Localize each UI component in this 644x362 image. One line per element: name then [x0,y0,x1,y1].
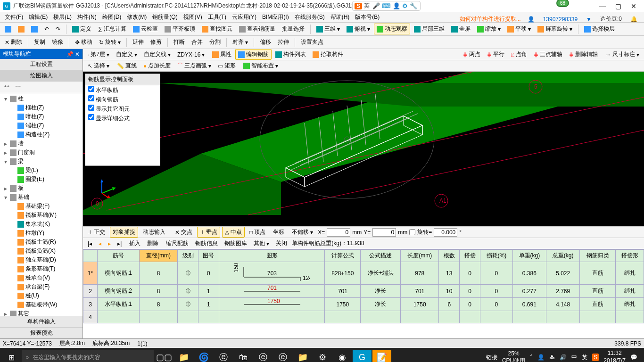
view-3d-button[interactable]: 三维 ▾ [314,24,343,34]
nav-next[interactable]: ▸ [105,239,114,248]
nav-last[interactable]: ▸| [115,239,124,248]
clock[interactable]: 11:322018/7/7 [603,350,626,362]
nav-first[interactable]: |◂ [85,239,95,248]
merge-button[interactable]: 合并 [189,37,206,48]
grid-cell[interactable] [401,311,439,323]
menu-cloud[interactable]: 云应用(Y) [230,12,258,22]
grid-cell[interactable]: 701 [219,285,325,298]
tree-item[interactable]: ▾柱 [1,94,82,103]
rebar-display-panel[interactable]: 钢筋显示控制面板 水平纵筋 横向钢筋 显示其它图元 显示详细公式 [85,74,160,166]
menu-modify[interactable]: 修改(M) [125,12,149,22]
line-tool[interactable]: 📏 直线 [114,60,140,71]
menu-draw[interactable]: 绘图(D) [100,12,124,22]
opt-other-elem[interactable]: 显示其它图元 [85,104,160,114]
grid-header[interactable]: 总重(kg) [546,250,580,262]
grip-button[interactable]: 设置夹点 [298,37,326,48]
row-number[interactable]: 1* [83,262,98,285]
tray-up-icon[interactable]: ˄ [530,354,533,361]
grid-cell[interactable]: 绑扎 [616,285,644,298]
grid-cell[interactable]: 1750 [401,298,439,311]
tree-item[interactable]: ▸墙 [1,139,82,148]
grid-cell[interactable]: 1750 [325,298,361,311]
local-3d-button[interactable]: 局部三维 [411,24,447,34]
viewport-3d[interactable]: 钢筋显示控制面板 水平纵筋 横向钢筋 显示其它图元 显示详细公式 A1 5 [83,72,644,226]
ime-tray-icon[interactable]: 中 [571,354,577,362]
tree-item[interactable]: 基础梁(F) [1,202,82,211]
opt-v-rebar[interactable]: 横向钢筋 [85,95,160,104]
ie-icon[interactable]: ⓔ [273,350,292,362]
two-point-button[interactable]: ⋕ 两点 [460,49,483,60]
grid-cell[interactable]: 0 [460,262,480,285]
explorer-icon[interactable]: 📁 [174,350,193,362]
tab-draw-input[interactable]: 绘图输入 [0,70,83,82]
grid-cell[interactable]: 绑扎 [616,262,644,285]
grid-cell[interactable] [361,311,401,323]
dynamic-input-toggle[interactable]: 动态输入 [140,227,168,238]
grid-cell[interactable]: 直筋 [580,298,616,311]
y-input[interactable] [372,228,396,237]
copy-button[interactable]: 复制 [31,37,48,48]
align-slab-button[interactable]: 平齐板顶 [162,24,198,34]
tree-item[interactable]: 桩(U) [1,291,82,300]
move-button[interactable]: ✥ 移动 [72,37,95,48]
grid-cell[interactable] [616,311,644,323]
select-floor-button[interactable]: 选择楼层 [581,24,618,34]
grid-header[interactable]: 损耗(%) [480,250,513,262]
offset-button[interactable]: 偏移 [257,37,274,48]
tree-item[interactable]: 集水坑(K) [1,220,82,229]
grid-cell[interactable]: 直筋 [580,262,616,285]
grid-cell[interactable]: 5.022 [546,262,580,285]
table-row[interactable]: 1*横向钢筋.18⏀0150703124828+150净长+端头97813000… [83,262,644,285]
floor-select[interactable]: · 第7层 ▾ [85,49,112,60]
grid-header[interactable]: 钢筋归类 [580,250,616,262]
tree-item[interactable]: 梁(L) [1,166,82,175]
grid-cell[interactable]: 8 [140,262,178,285]
three-point-axis-button[interactable]: ⋕ 三点辅轴 [531,49,565,60]
scale-rebar-button[interactable]: 缩尺配筋 [163,238,191,249]
new-button[interactable] [2,25,14,34]
grid-cell[interactable]: 1 [198,298,219,311]
smart-layout-tool[interactable]: 智能布置 ▾ [240,60,281,71]
grid-cell[interactable]: 绑扎 [616,298,644,311]
grid-cell[interactable]: 701 [325,285,361,298]
grid-cell[interactable]: 1750 [219,298,325,311]
grid-cell[interactable]: 横向钢筋.1 [98,262,140,285]
menu-file[interactable]: 文件(F) [3,12,25,22]
grid-cell[interactable]: 4.148 [546,298,580,311]
arc-tool[interactable]: ⌒ 三点画弧 ▾ [174,60,214,71]
property-button[interactable]: 属性 [209,49,234,60]
row-number[interactable]: 2 [83,285,98,298]
edit-rebar-button[interactable]: 编辑钢筋 [235,49,272,60]
ime-lang-icon[interactable]: 英 [582,354,587,362]
tree-item[interactable]: 筏板基础(M) [1,211,82,220]
menu-floor[interactable]: 楼层(L) [51,12,74,22]
grid-header[interactable]: 搭接形 [616,250,644,262]
menu-view[interactable]: 视图(V) [182,12,204,22]
dimension-button[interactable]: ↔ 尺寸标注 ▾ [603,49,642,60]
tree-item[interactable]: ▸板 [1,184,82,193]
tree-item[interactable]: ▾基础 [1,193,82,202]
grid-cell[interactable]: 水平纵筋.1 [98,298,140,311]
sum-button[interactable]: ∑ 汇总计算 [95,24,129,34]
nav-prev[interactable]: ◂ [96,239,104,248]
extend-button[interactable]: 延伸 [130,37,147,48]
row-number[interactable]: 4 [83,311,98,323]
view-top-button[interactable]: 俯视 ▾ [344,24,373,34]
opt-detail-formula[interactable]: 显示详细公式 [85,114,160,123]
pin-icon[interactable]: 📌 ✕ [66,51,80,58]
screen-rotate-button[interactable]: 屏幕旋转 ▾ [535,24,575,34]
x-input[interactable] [327,228,350,237]
split-button[interactable]: 分割 [206,37,223,48]
grid-header[interactable]: 级别 [178,250,198,262]
sogou-tray-icon[interactable]: S [592,354,599,361]
osnap-toggle[interactable]: 对象捕捉 [110,227,138,238]
snap-vertex[interactable]: □ 顶点 [247,227,268,238]
tree-item[interactable]: 筏板主筋(R) [1,238,82,247]
tab-project-settings[interactable]: 工程设置 [0,59,83,70]
ime-toolbar[interactable]: S 英 🎤⌨👤⚙🔧 [352,1,421,11]
break-button[interactable]: 打断 [171,37,188,48]
grid-cell[interactable]: 0 [480,285,513,298]
tree-item[interactable]: ▸门窗洞 [1,148,82,157]
tree-item[interactable]: ▾梁 [1,157,82,166]
define-button[interactable]: 定义 [69,24,94,34]
